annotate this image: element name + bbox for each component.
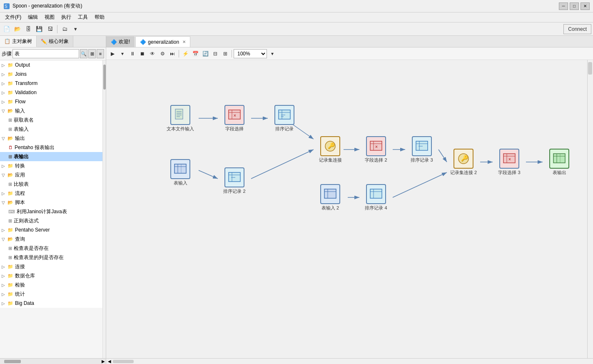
collapse-button[interactable]: ≡ — [97, 49, 104, 58]
zoom-select[interactable]: 50% 75% 100% 125% 150% 200% — [234, 49, 267, 58]
tree-item-table-output[interactable]: ⊞ 表输出 — [0, 152, 102, 161]
search-input[interactable] — [12, 49, 79, 58]
tree-item-regex[interactable]: ⊞ 正则表达式 — [0, 216, 102, 225]
tab-core-objects[interactable]: ✏️ 核心对象 — [37, 36, 73, 47]
align-button[interactable]: ⊟ — [211, 49, 220, 58]
tree-label-joins: Joins — [15, 71, 27, 77]
canvas-horizontal-scrollbar[interactable]: ◀ — [106, 358, 593, 364]
maximize-button[interactable]: □ — [570, 2, 579, 10]
tab-close-icon[interactable]: ✕ — [182, 40, 186, 44]
node-table-input[interactable]: 表输入 — [164, 159, 197, 186]
node-sort-records3[interactable]: 排序记录 3 — [405, 136, 439, 163]
debug-button[interactable]: ⚙ — [158, 49, 167, 58]
node-sort-records2[interactable]: 排序记录 2 — [218, 167, 251, 194]
tree-item-process[interactable]: ▷ 📁 流程 — [0, 189, 102, 198]
pause-button[interactable]: ⏸ — [128, 49, 137, 58]
tree-item-datawarehouse[interactable]: ▷ 📁 数据仓库 — [0, 271, 102, 280]
node-text-file-input[interactable]: 文本文件输入 — [164, 105, 197, 132]
dropdown-button[interactable]: ▾ — [70, 24, 80, 34]
tree-item-pentaho-server[interactable]: ▷ 📁 Pentaho Server — [0, 225, 102, 234]
tree-item-pentaho-report[interactable]: 🗒 Pentaho 报表输出 — [0, 143, 102, 152]
tree-item-output-group[interactable]: ▽ 📂 输出 — [0, 134, 102, 143]
node-field-select2[interactable]: × 字段选择 2 — [359, 136, 393, 163]
zoom-dropdown-button[interactable]: ▾ — [268, 49, 277, 58]
save-as-button[interactable]: 🖫 — [45, 24, 55, 34]
tree-item-table-input[interactable]: ⊞ 表输入 — [0, 125, 102, 134]
node-sort-records4[interactable]: 排序记录 4 — [359, 184, 393, 211]
left-horizontal-scrollbar[interactable]: ▶ — [0, 358, 106, 364]
tree-label-bigdata: Big Data — [15, 300, 34, 306]
node-sort-records[interactable]: 排序记录 — [268, 105, 301, 132]
tree-item-stats[interactable]: ▷ 📁 统计 — [0, 289, 102, 299]
layers-button[interactable]: 🗂 — [60, 24, 70, 34]
stop-button[interactable]: ⏹ — [138, 49, 147, 58]
tab-welcome[interactable]: 🔷 欢迎! — [106, 36, 135, 47]
tree-item-query-group[interactable]: ▽ 📂 查询 — [0, 234, 102, 244]
left-hscroll-thumb[interactable] — [4, 360, 21, 363]
menu-item-edit[interactable]: 编辑 — [25, 13, 41, 22]
node-field-select3[interactable]: × 字段选择 3 — [493, 149, 526, 175]
node-merge-join[interactable]: 🔑 记录集连接 — [314, 136, 347, 163]
tree-item-transform2[interactable]: ▷ 📁 转换 — [0, 161, 102, 170]
node-table-input2[interactable]: 表输入 2 — [314, 184, 347, 211]
tree-item-check-column-exists[interactable]: ⊞ 检查表里的列是否存在 — [0, 253, 102, 262]
explorer-button[interactable]: 🗄 — [23, 24, 33, 34]
tree-label-connection: 连接 — [15, 263, 25, 270]
search-button[interactable]: 🔍 — [80, 49, 87, 58]
node-label-sort-records2: 排序记录 2 — [223, 189, 245, 194]
play-button[interactable]: ▶ — [108, 49, 117, 58]
tree-item-script-group[interactable]: ▽ 📂 脚本 — [0, 198, 102, 207]
tree-item-janino[interactable]: ⌨ 利用Janino计算Java表 — [0, 207, 102, 216]
menu-item-help[interactable]: 帮助 — [91, 13, 108, 22]
tree-item-check2[interactable]: ▷ 📁 检验 — [0, 280, 102, 289]
canvas-hscroll-left-arrow[interactable]: ◀ — [107, 359, 112, 364]
tree-item-validation[interactable]: ▷ 📁 Validation — [0, 88, 102, 97]
save-button[interactable]: 💾 — [34, 24, 44, 34]
close-button[interactable]: ✕ — [581, 2, 590, 10]
schedule-button[interactable]: 📅 — [191, 49, 200, 58]
tree-item-check-table-exists[interactable]: ⊞ 检查表是否存在 — [0, 244, 102, 253]
tree-item-output[interactable]: ▷ 📁 Output — [0, 60, 102, 70]
tab-generalization[interactable]: 🔷 generalization ✕ — [135, 36, 190, 47]
node-table-output[interactable]: 表输出 — [543, 149, 576, 175]
left-scrollbar-thumb[interactable] — [103, 65, 106, 90]
tree-item-input-group[interactable]: ▽ 📂 输入 — [0, 106, 102, 115]
right-arrow-icon[interactable]: ▶ — [102, 359, 106, 364]
tree-item-apply-group[interactable]: ▽ 📂 应用 — [0, 170, 102, 180]
menu-item-file[interactable]: 文件(F) — [2, 13, 25, 22]
grid-button[interactable]: ⊞ — [221, 49, 230, 58]
tree-item-compare-table[interactable]: ⊞ 比较表 — [0, 180, 102, 189]
expand-icon-connection: ▷ — [2, 264, 7, 269]
menu-item-view[interactable]: 视图 — [41, 13, 58, 22]
canvas-hscroll-thumb[interactable] — [113, 360, 134, 363]
tab-main-objects[interactable]: 📋 主对象树 — [0, 36, 37, 47]
canvas-vertical-scrollbar[interactable] — [587, 60, 593, 358]
node-field-select[interactable]: × 字段选择 — [218, 105, 251, 132]
tree-item-bigdata[interactable]: ▷ 📁 Big Data — [0, 299, 102, 308]
run-options-button[interactable]: ⚡ — [181, 49, 190, 58]
new-file-button[interactable]: 📄 — [2, 24, 12, 34]
connect-button[interactable]: Connect — [563, 24, 591, 34]
canvas[interactable]: 文本文件输入 × 字段选择 排序记录 — [106, 60, 587, 358]
tree-item-joins[interactable]: ▷ 📁 Joins — [0, 70, 102, 79]
folder-icon-process: 📁 — [7, 191, 13, 196]
preview-button[interactable]: 👁 — [148, 49, 157, 58]
refresh-button[interactable]: 🔄 — [201, 49, 210, 58]
play-dropdown-button[interactable]: ▾ — [118, 49, 127, 58]
left-vertical-scrollbar[interactable] — [102, 60, 106, 358]
node-merge-join2[interactable]: 🔑 记录集连接 2 — [447, 149, 480, 175]
tree-item-connection[interactable]: ▷ 📁 连接 — [0, 262, 102, 271]
svg-rect-50 — [370, 189, 382, 198]
folder-icon-joins: 📁 — [7, 72, 13, 77]
step-button[interactable]: ⏭ — [168, 49, 177, 58]
canvas-vscroll-thumb[interactable] — [588, 62, 592, 75]
tree-item-get-table-names[interactable]: ⊞ 获取表名 — [0, 115, 102, 125]
open-button[interactable]: 📂 — [12, 24, 22, 34]
minimize-button[interactable]: ─ — [559, 2, 568, 10]
tree-item-transform[interactable]: ▷ 📁 Transform — [0, 79, 102, 88]
expand-icon-input-group: ▽ — [2, 109, 7, 113]
menu-item-run[interactable]: 执行 — [58, 13, 75, 22]
expand-button[interactable]: ⊞ — [88, 49, 96, 58]
tree-item-flow[interactable]: ▷ 📁 Flow — [0, 97, 102, 106]
menu-item-tools[interactable]: 工具 — [75, 13, 91, 22]
